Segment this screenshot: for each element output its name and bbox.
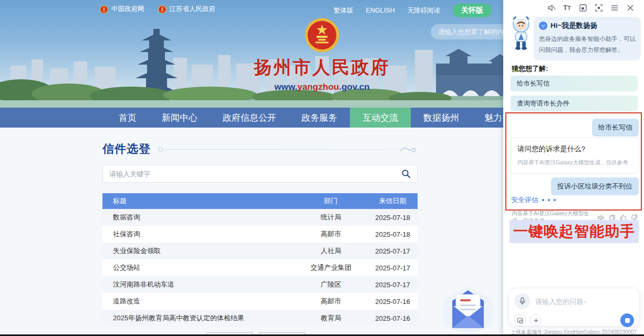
national-emblem-icon (305, 18, 339, 52)
font-size-icon[interactable]: TT (563, 3, 572, 12)
url-suffix: .gov.cn (339, 82, 369, 92)
care-version-button[interactable]: 关怀版 (453, 4, 492, 17)
chat-input-card (508, 288, 640, 327)
letter-department: 统计局 (294, 213, 368, 222)
letter-department: 人社局 (294, 246, 368, 256)
assistant-message-bubble: 请问您的诉求是什么? 内容基于AI星汉Galaxy大模型生成，仅供参考 (510, 138, 639, 173)
letter-date: 2025-07-18 (368, 214, 418, 222)
nav-item-interaction[interactable]: 互动交流 (350, 108, 411, 128)
yangzhou-gov-page: 中国政府网 江苏省人民政府 繁体版 ENGLISH 无障碍阅读 关怀版 (0, 0, 644, 336)
guess-section-label: 猜您想了解: (512, 64, 548, 74)
decorative-dot (158, 147, 163, 152)
table-row[interactable]: 道路改造 高邮市 2025-07-16 (102, 293, 418, 310)
promo-banner-text: 一键唤起智能助手 (513, 222, 635, 242)
welcome-message-bubble: Hi~我是数扬扬 您身边的政务服务智能小助手，可以问我问题，我会尽力帮您解答。 (534, 17, 641, 60)
col-header-date: 来信日期 (368, 196, 418, 206)
table-body: 数据咨询 统计局 2025-07-18 社保咨询 高邮市 2025-07-18 … (102, 209, 418, 327)
welcome-body: 您身边的政务服务智能小助手，可以问我问题，我会尽力帮您解答。 (539, 34, 636, 55)
letter-date: 2025-07-16 (368, 314, 418, 322)
nav-item-home[interactable]: 首页 (106, 108, 149, 128)
security-evaluation-label: 安全评估 (511, 195, 538, 205)
letter-date: 2025-07-16 (368, 298, 418, 306)
english-link[interactable]: ENGLISH (366, 7, 395, 14)
letters-section-title: 信件选登 (102, 141, 151, 157)
col-header-department: 部门 (294, 196, 368, 206)
china-gov-label: 中国政府网 (111, 5, 144, 14)
nav-item-gov-services[interactable]: 政务服务 (289, 108, 350, 128)
add-icon[interactable] (530, 314, 542, 326)
col-header-title: 标题 (102, 196, 294, 206)
mascot-avatar (508, 15, 534, 50)
national-emblem-icon (100, 5, 108, 14)
stop-icon (625, 318, 630, 323)
decorative-line (163, 149, 399, 150)
fullscreen-icon[interactable] (594, 3, 603, 12)
promo-banner: 一键唤起智能助手 (510, 220, 639, 243)
user-message-bubble: 给市长写信 (592, 119, 639, 136)
letter-department: 教育局 (294, 313, 368, 323)
letter-title[interactable]: 汶河南路非机动车道 (102, 280, 294, 289)
letter-date: 2025-07-17 (368, 247, 418, 255)
suggestion-query-mayor-case[interactable]: 查询寄语市长办件 (511, 96, 638, 111)
letter-title[interactable]: 2025年扬州教育局高中教资认定的体检结果 (102, 313, 294, 323)
microphone-button[interactable] (514, 293, 530, 309)
ai-assistant-panel: TT (503, 0, 644, 336)
letter-department: 高邮市 (294, 229, 368, 239)
letters-section-header: 信件选登 (102, 142, 418, 156)
table-header-row: 标题 部门 来信日期 (102, 193, 418, 209)
table-row[interactable]: 2025年扬州教育局高中教资认定的体检结果 教育局 2025-07-16 (102, 310, 418, 327)
search-icon[interactable] (401, 169, 411, 178)
letter-date: 2025-07-17 (368, 281, 418, 289)
table-row[interactable]: 数据咨询 统计局 2025-07-18 (102, 209, 418, 226)
url-highlight: yangzhou (297, 82, 339, 92)
letter-title[interactable]: 道路改造 (102, 297, 294, 306)
letters-table: 标题 部门 来信日期 数据咨询 统计局 2025-07-18 社保咨询 高邮市 … (102, 193, 418, 327)
nav-item-news[interactable]: 新闻中心 (149, 108, 210, 128)
jiangsu-gov-label: 江苏省人民政府 (170, 5, 216, 14)
assistant-badge-icon (539, 22, 547, 30)
loading-dot (554, 199, 556, 201)
loading-dot (542, 199, 544, 201)
chat-toolbar: TT (547, 3, 635, 12)
letter-title[interactable]: 失业保险金领取 (102, 246, 294, 256)
close-icon[interactable] (626, 3, 635, 12)
table-row[interactable]: 社保咨询 高邮市 2025-07-18 (102, 226, 418, 243)
national-emblem-icon (158, 5, 167, 14)
table-row[interactable]: 失业保险金领取 人社局 2025-07-17 (102, 243, 418, 259)
letter-date: 2025-07-17 (368, 264, 418, 272)
letter-department: 广陵区 (294, 280, 368, 289)
security-evaluation-status: 安全评估 (511, 195, 556, 205)
jiangsu-gov-link[interactable]: 江苏省人民政府 (158, 5, 216, 14)
letter-title[interactable]: 数据咨询 (102, 213, 294, 222)
url-prefix: www. (274, 82, 297, 92)
mute-icon[interactable] (547, 3, 556, 12)
user-message-bubble: 投诉小区垃圾分类不到位 (551, 177, 639, 195)
traditional-chinese-link[interactable]: 繁体版 (334, 6, 354, 15)
welcome-title: Hi~我是数扬扬 (550, 21, 597, 30)
stop-generating-button[interactable] (620, 313, 634, 327)
letter-department: 高邮市 (294, 297, 368, 306)
table-row[interactable]: 公交场站 交通产业集团 2025-07-17 (102, 259, 418, 276)
window-mode-icon[interactable] (578, 3, 587, 12)
cloud-ornament-icon (400, 145, 418, 153)
accessibility-link[interactable]: 无障碍阅读 (408, 6, 441, 15)
letter-title[interactable]: 公交场站 (102, 263, 294, 272)
assistant-message-note: 内容基于AI星汉Galaxy大模型生成，仅供参考 (517, 159, 631, 166)
loading-dot (548, 199, 550, 201)
letter-department: 交通产业集团 (294, 263, 368, 272)
open-envelope-icon (439, 285, 497, 335)
history-icon[interactable] (514, 314, 526, 326)
assistant-message-text: 请问您的诉求是什么? (517, 144, 631, 154)
letter-date: 2025-07-18 (368, 230, 418, 238)
chat-question-input[interactable] (535, 298, 634, 306)
keyword-search-input[interactable] (109, 170, 401, 178)
table-row[interactable]: 汶河南路非机动车道 广陵区 2025-07-17 (102, 276, 418, 293)
suggestion-write-mayor[interactable]: 给市长写信 (511, 76, 638, 91)
nav-item-data-yangzhou[interactable]: 数据扬州 (411, 108, 472, 128)
menu-icon[interactable] (610, 3, 619, 12)
keyword-search-box[interactable] (102, 165, 418, 183)
letter-title[interactable]: 社保咨询 (102, 229, 294, 239)
nav-item-info-disclosure[interactable]: 政府信息公开 (210, 108, 289, 128)
china-gov-link[interactable]: 中国政府网 (100, 5, 144, 14)
